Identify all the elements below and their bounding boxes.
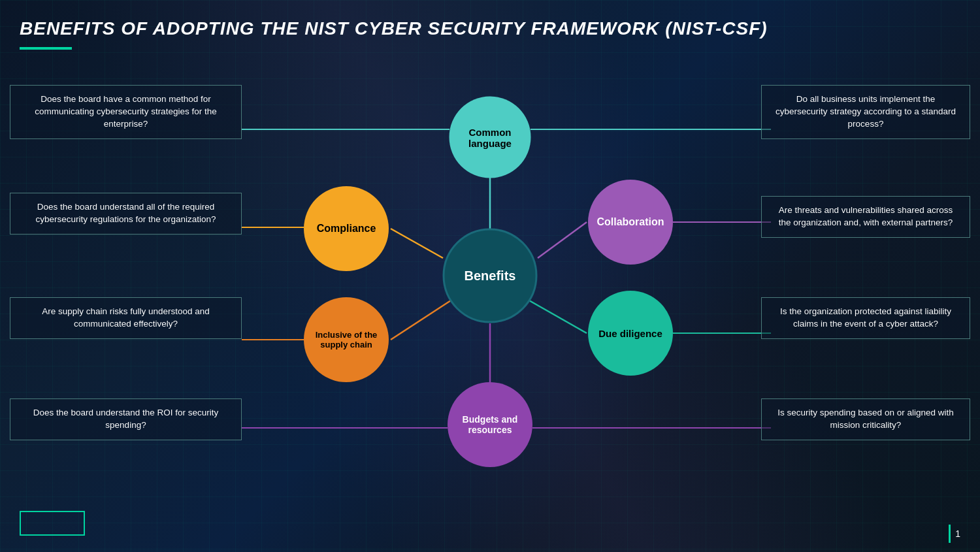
left-question-3: Are supply chain risks fully understood … [10,297,242,339]
svg-line-1 [391,229,443,258]
right-question-2: Are threats and vulnerabilities shared a… [761,196,970,238]
page-number-bar [949,525,951,543]
left-question-4: Does the board understand the ROI for se… [10,398,242,440]
svg-line-3 [391,300,451,340]
bottom-logo-rectangle [20,511,85,536]
main-container: BENEFITS OF ADOPTING THE NIST CYBER SECU… [0,0,980,552]
circle-budgets: Budgets and resources [448,382,532,467]
right-question-1: Do all business units implement the cybe… [761,85,970,139]
right-question-4: Is security spending based on or aligned… [761,398,970,440]
left-question-2: Does the board understand all of the req… [10,193,242,235]
circle-compliance: Compliance [304,186,389,271]
circle-inclusive: Inclusive of the supply chain [304,297,389,382]
left-question-1: Does the board have a common method for … [10,85,242,139]
title-underline [20,47,72,50]
circle-center: Benefits [443,229,538,323]
svg-line-4 [529,300,587,333]
svg-line-2 [538,222,587,258]
right-question-3: Is the organization protected against li… [761,297,970,339]
circle-common-language: Common language [449,97,531,178]
page-number: 1 [955,528,960,539]
circle-collaboration: Collaboration [588,180,673,265]
circle-due-diligence: Due diligence [588,291,673,376]
page-title: BENEFITS OF ADOPTING THE NIST CYBER SECU… [20,18,768,39]
